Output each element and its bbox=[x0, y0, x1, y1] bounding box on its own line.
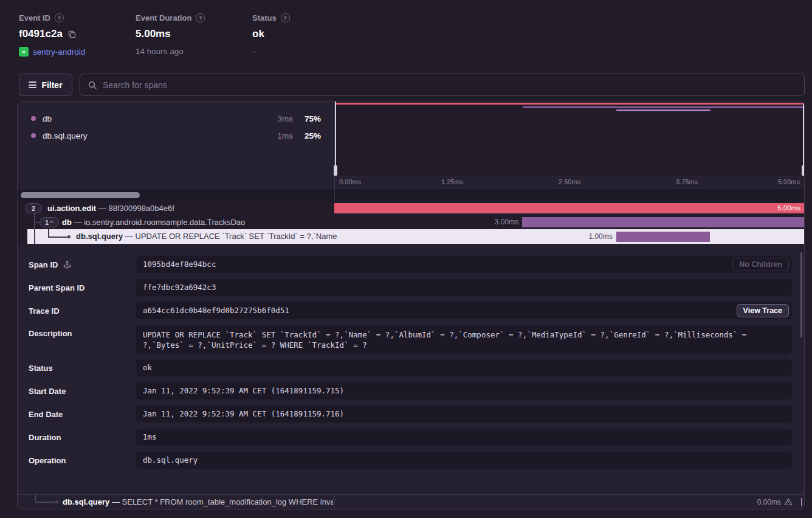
warning-icon bbox=[784, 498, 793, 506]
end-date-value: Jan 11, 2022 9:52:39 AM CET (1641891159.… bbox=[136, 406, 792, 423]
minimap-left-handle[interactable] bbox=[335, 102, 336, 176]
field-label: Duration bbox=[29, 429, 61, 446]
time-axis: 0.00ms 1.25ms 2.50ms 3.75ms 5.00ms bbox=[335, 176, 804, 188]
field-value-box: Jan 11, 2022 9:52:39 AM CET (1641891159.… bbox=[136, 382, 792, 399]
span-op: db bbox=[62, 218, 72, 227]
view-trace-button[interactable]: View Trace bbox=[737, 304, 789, 317]
span-id-value: 1095bd4ef8e94bcc bbox=[136, 256, 792, 273]
span-duration-bar[interactable]: 5.00ms bbox=[334, 203, 804, 213]
field-value-box: 1095bd4ef8e94bcc No Children bbox=[136, 256, 792, 273]
op-color-dot bbox=[31, 133, 36, 138]
minimap-canvas[interactable] bbox=[335, 102, 804, 176]
start-date-value: Jan 11, 2022 9:52:39 AM CET (1641891159.… bbox=[136, 382, 792, 399]
event-age: 14 hours ago bbox=[136, 47, 184, 56]
android-platform-icon bbox=[19, 47, 29, 57]
field-value-box: UPDATE OR REPLACE `Track` SET `TrackId` … bbox=[136, 325, 792, 354]
span-duration-value: 1ms bbox=[136, 429, 792, 446]
project-link[interactable]: sentry-android bbox=[33, 47, 85, 57]
parent-span-id-value: ffe7dbc92a6942c3 bbox=[136, 279, 792, 296]
span-desc: — io.sentry.android.roomsample.data.Trac… bbox=[74, 218, 246, 227]
axis-tick-label: 5.00ms bbox=[778, 178, 800, 185]
status-block: Status ? ok – bbox=[252, 13, 290, 56]
filter-button-label: Filter bbox=[41, 80, 62, 90]
op-name: db bbox=[43, 114, 52, 123]
span-duration-bar[interactable] bbox=[522, 217, 804, 227]
legend-item[interactable]: db.sql.query 1ms 25% bbox=[18, 127, 334, 144]
axis-tick-label: 0.00ms bbox=[339, 178, 361, 185]
span-row[interactable]: 1 db — io.sentry.android.roomsample.data… bbox=[18, 215, 804, 229]
span-duration: 0.00ms bbox=[757, 498, 781, 506]
anchor-icon[interactable] bbox=[63, 260, 72, 269]
minimap-right-handle[interactable] bbox=[803, 102, 804, 176]
span-op: ui.action.edit bbox=[47, 204, 96, 213]
axis-tick-label: 1.25ms bbox=[441, 178, 463, 185]
minimap-span-bar bbox=[616, 109, 710, 111]
help-icon[interactable]: ? bbox=[196, 13, 205, 22]
span-duration: 1.00ms bbox=[588, 229, 616, 244]
event-id-label: Event ID bbox=[19, 13, 50, 22]
children-count-badge[interactable]: 2 bbox=[25, 203, 42, 213]
legend-item[interactable]: db 3ms 75% bbox=[18, 110, 334, 127]
children-count-badge[interactable]: 1 bbox=[40, 217, 59, 227]
field-label: Operation bbox=[29, 452, 66, 469]
field-label: Span ID bbox=[29, 256, 72, 273]
event-duration-label: Event Duration bbox=[136, 13, 191, 22]
event-duration-value: 5.00ms bbox=[136, 28, 171, 40]
field-label: Status bbox=[29, 359, 53, 376]
status-label: Status bbox=[252, 13, 277, 22]
trace-minimap[interactable]: 0.00ms 1.25ms 2.50ms 3.75ms 5.00ms bbox=[334, 102, 804, 188]
status-value: ok bbox=[252, 28, 264, 40]
trace-id-value: a654cc61dc0b48ef9d0b27275b6f0d51 bbox=[136, 302, 792, 319]
field-value-box: a654cc61dc0b48ef9d0b27275b6f0d51 View Tr… bbox=[136, 302, 792, 319]
field-value-box: 1ms bbox=[136, 429, 792, 446]
axis-tick-label: 2.50ms bbox=[559, 178, 580, 185]
operation-value: db.sql.query bbox=[136, 452, 792, 469]
op-duration: 3ms bbox=[277, 114, 293, 123]
chevron-up-icon bbox=[49, 221, 53, 225]
op-percent: 75% bbox=[293, 114, 321, 123]
span-row-selected[interactable]: db.sql.query — UPDATE OR REPLACE `Track`… bbox=[18, 229, 804, 244]
copy-icon[interactable] bbox=[67, 30, 77, 39]
filter-button[interactable]: Filter bbox=[19, 74, 72, 96]
op-percent: 25% bbox=[293, 131, 321, 140]
span-duration: 3.00ms bbox=[495, 215, 522, 229]
search-input[interactable] bbox=[103, 80, 797, 90]
span-duration-bar[interactable] bbox=[616, 232, 710, 242]
field-value-box: ok bbox=[136, 359, 792, 376]
span-op: db.sql.query bbox=[63, 497, 109, 506]
field-label: Start Date bbox=[29, 382, 66, 399]
span-row[interactable]: 2 ui.action.edit — 88f300998a0b4e6f 5.00… bbox=[18, 201, 804, 215]
event-duration-block: Event Duration ? 5.00ms 14 hours ago bbox=[136, 13, 205, 56]
zero-duration-marker bbox=[801, 498, 802, 506]
span-desc: — UPDATE OR REPLACE `Track` SET `TrackId… bbox=[125, 232, 337, 241]
filter-icon bbox=[29, 80, 36, 90]
vertical-scrollbar[interactable] bbox=[800, 252, 802, 337]
field-label: Trace ID bbox=[29, 302, 60, 319]
op-duration: 1ms bbox=[277, 131, 293, 140]
horizontal-scrollbar[interactable] bbox=[21, 192, 140, 198]
field-label: End Date bbox=[29, 406, 63, 423]
axis-tick-label: 3.75ms bbox=[676, 178, 698, 185]
span-desc: — SELECT * FROM room_table_modification_… bbox=[112, 497, 333, 506]
help-icon[interactable]: ? bbox=[55, 13, 64, 22]
span-search[interactable] bbox=[80, 74, 805, 96]
field-value-box: Jan 11, 2022 9:52:39 AM CET (1641891159.… bbox=[136, 406, 792, 423]
trace-panel: db 3ms 75% db.sql.query 1ms 25% 0.00ms 1… bbox=[17, 101, 805, 509]
span-op: db.sql.query bbox=[76, 232, 123, 241]
status-sub: – bbox=[252, 47, 257, 56]
span-status-value: ok bbox=[136, 359, 792, 376]
help-icon[interactable]: ? bbox=[281, 13, 290, 22]
op-color-dot bbox=[31, 116, 36, 121]
operations-legend: db 3ms 75% db.sql.query 1ms 25% bbox=[18, 102, 334, 188]
minimap-span-bar bbox=[335, 103, 804, 105]
event-id-value: f0491c2a bbox=[19, 28, 63, 40]
field-label: Parent Span ID bbox=[29, 279, 84, 296]
span-row[interactable]: db.sql.query — SELECT * FROM room_table_… bbox=[18, 494, 804, 508]
tree-scroll-strip bbox=[18, 188, 804, 201]
field-value-box: ffe7dbc92a6942c3 bbox=[136, 279, 792, 296]
span-desc: — 88f300998a0b4e6f bbox=[98, 204, 174, 213]
op-name: db.sql.query bbox=[43, 131, 88, 140]
span-duration: 5.00ms bbox=[777, 203, 800, 213]
span-details: Span ID 1095bd4ef8e94bcc No Children Par… bbox=[18, 244, 804, 494]
event-id-block: Event ID ? f0491c2a sentry-android bbox=[19, 13, 85, 57]
